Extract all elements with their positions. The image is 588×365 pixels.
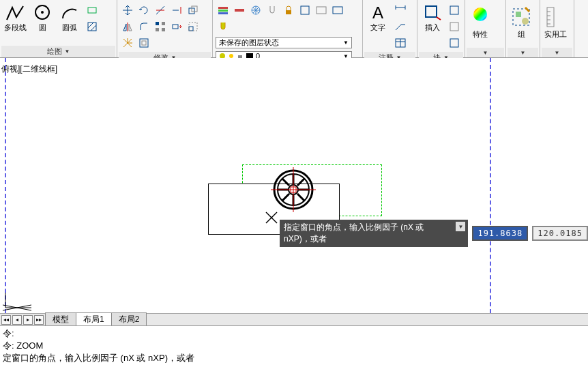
copy-tool[interactable] [186, 3, 201, 18]
ribbon-group-utility: 实用工 ▼ [540, 0, 574, 57]
svg-rect-48 [516, 12, 521, 17]
offset-tool[interactable] [136, 35, 151, 50]
svg-rect-23 [218, 10, 228, 12]
polyline-tool[interactable]: 多段线 [1, 1, 29, 34]
ribbon-group-annotation: A 文字 注释▼ [363, 0, 417, 57]
svg-rect-30 [333, 7, 342, 14]
prompt-options-dropdown[interactable]: ▼ [456, 222, 465, 231]
explode-tool[interactable] [120, 35, 135, 50]
polyline-label: 多段线 [4, 23, 27, 33]
tab-nav-prev[interactable]: ◂ [12, 315, 22, 325]
util-expand[interactable]: ▼ [542, 48, 572, 57]
tab-layout1[interactable]: 布局1 [76, 312, 112, 327]
crosshair-cursor [265, 211, 278, 224]
layer-iso-tool[interactable] [232, 3, 247, 18]
create-block-tool[interactable] [447, 3, 462, 18]
viewport-guide-left [5, 58, 6, 313]
stretch-tool[interactable] [169, 19, 184, 34]
group-label: 组 [518, 29, 525, 40]
insert-block-tool[interactable]: 插入 [419, 1, 445, 34]
svg-rect-45 [450, 39, 458, 47]
coord-y-input[interactable]: 120.0185 [532, 226, 588, 241]
leader-tool[interactable] [393, 19, 408, 34]
svg-rect-2 [88, 8, 96, 13]
svg-rect-14 [162, 22, 165, 25]
svg-rect-13 [156, 22, 159, 25]
rotate-tool[interactable] [136, 3, 151, 18]
svg-point-1 [41, 11, 44, 14]
tab-nav-first[interactable]: ◂◂ [1, 315, 11, 325]
ribbon-group-layer: 未保存的图层状态 ▼ 0 ▼ 图层▼ [213, 0, 363, 57]
trim-tool[interactable] [153, 3, 168, 18]
ribbon-toolbar: 多段线 圆 圆弧 绘图▼ [0, 0, 588, 58]
linear-dim-tool[interactable] [393, 3, 408, 18]
layer-state-dropdown[interactable]: 未保存的图层状态 ▼ [216, 37, 352, 48]
draw-group-label[interactable]: 绘图▼ [1, 46, 115, 57]
text-tool[interactable]: A 文字 [364, 1, 392, 34]
svg-rect-20 [140, 39, 148, 47]
array-tool[interactable] [153, 19, 168, 34]
layout-tabs-bar: ◂◂ ◂ ▸ ▸▸ 模型 布局1 布局2 [0, 313, 588, 325]
tab-nav-next[interactable]: ▸ [23, 315, 33, 325]
util-label: 实用工 [544, 29, 567, 40]
mirror-tool[interactable] [120, 19, 135, 34]
ribbon-group-modify: 修改▼ [117, 0, 213, 57]
tab-nav-last[interactable]: ▸▸ [34, 315, 44, 325]
arc-tool[interactable]: 圆弧 [56, 1, 83, 34]
svg-rect-24 [218, 12, 228, 14]
svg-point-46 [473, 8, 487, 21]
extend-tool[interactable] [169, 3, 184, 18]
fillet-tool[interactable] [136, 19, 151, 34]
command-line[interactable]: 令: 令: ZOOM 定窗口的角点，输入比例因子 (nX 或 nXP)，或者 [0, 325, 588, 365]
layer-props-tool[interactable] [216, 3, 231, 18]
svg-point-49 [522, 18, 529, 25]
dynamic-prompt: 指定窗口的角点，输入比例因子 (nX 或 nXP)，或者 ▼ 191.8638 … [280, 226, 588, 241]
ribbon-group-insert: 插入 块▼ [417, 0, 465, 57]
ribbon-group-draw: 多段线 圆 圆弧 绘图▼ [0, 0, 117, 57]
circle-tool[interactable]: 圆 [29, 1, 56, 34]
viewport-guide-right [490, 58, 491, 313]
svg-rect-21 [142, 41, 146, 45]
wheel-drawing [269, 166, 317, 214]
move-tool[interactable] [120, 3, 135, 18]
svg-rect-29 [317, 7, 326, 14]
svg-line-66 [282, 179, 289, 186]
layer-off-tool[interactable] [265, 3, 280, 18]
svg-rect-44 [450, 23, 458, 31]
svg-rect-27 [286, 10, 291, 14]
svg-rect-43 [450, 6, 458, 14]
layer-prev-tool[interactable] [314, 3, 329, 18]
properties-tool[interactable]: 特性 [467, 1, 494, 44]
svg-line-68 [297, 179, 304, 186]
svg-rect-42 [426, 6, 437, 17]
group-tool[interactable]: 组 [508, 1, 535, 44]
edit-attr-tool[interactable] [447, 35, 462, 50]
svg-line-67 [297, 194, 304, 201]
table-tool[interactable] [393, 35, 408, 50]
edit-block-tool[interactable] [447, 19, 462, 34]
view-label[interactable]: 俯视][二维线框] [1, 63, 57, 75]
prompt-text: 指定窗口的角点，输入比例因子 (nX 或 nXP)，或者 ▼ [280, 220, 468, 247]
ucs-icon [1, 290, 35, 312]
layer-on-tool[interactable] [216, 19, 231, 34]
svg-rect-17 [173, 25, 178, 29]
coord-x-input[interactable]: 191.8638 [472, 226, 528, 241]
props-expand[interactable]: ▼ [467, 48, 504, 57]
measure-tool[interactable]: 实用工 [542, 1, 569, 44]
hatch-tool[interactable] [85, 19, 100, 34]
drawing-canvas[interactable]: 俯视][二维线框] 指定窗口的角点，输入比例因子 [0, 58, 588, 313]
tab-layout2[interactable]: 布局2 [111, 312, 147, 327]
layer-lock-tool[interactable] [281, 3, 296, 18]
tab-model[interactable]: 模型 [45, 312, 76, 327]
circle-label: 圆 [39, 23, 46, 33]
layer-match-tool[interactable] [297, 3, 312, 18]
group-expand[interactable]: ▼ [508, 48, 538, 57]
ribbon-group-group: 组 ▼ [506, 0, 540, 57]
svg-rect-16 [162, 28, 165, 31]
layer-freeze-tool[interactable] [248, 3, 263, 18]
rectangle-tool[interactable] [85, 3, 100, 18]
svg-rect-25 [235, 9, 244, 12]
layer-walk-tool[interactable] [330, 3, 345, 18]
arc-label: 圆弧 [62, 23, 77, 33]
scale-tool[interactable] [186, 19, 201, 34]
